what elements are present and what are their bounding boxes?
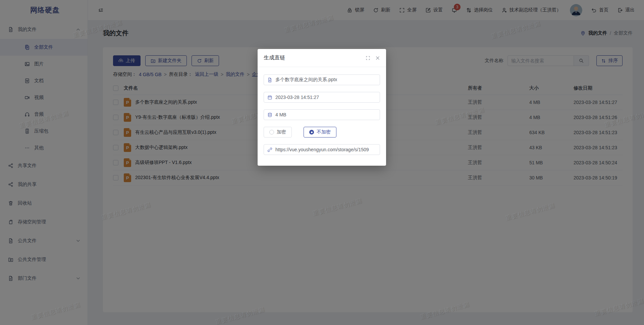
no-encrypt-radio[interactable]: 不加密 bbox=[304, 127, 336, 138]
radio-circle-icon bbox=[269, 130, 274, 134]
radio-dot-icon bbox=[309, 130, 314, 134]
close-icon[interactable] bbox=[375, 56, 380, 60]
file-icon bbox=[267, 77, 272, 83]
calendar-icon bbox=[267, 95, 272, 100]
direct-link-field[interactable]: https://vue.youshengyun.com/storage/s/15… bbox=[264, 144, 380, 155]
dialog-title: 生成直链 bbox=[264, 54, 285, 61]
link-modified-date-field[interactable]: 2023-03-28 14:51:27 bbox=[264, 92, 380, 103]
encryption-options: 加密 不加密 bbox=[264, 127, 380, 138]
link-icon bbox=[267, 147, 272, 152]
link-filename-field[interactable]: 多个数字底座之间的关系.pptx bbox=[264, 74, 380, 85]
generate-direct-link-dialog: 生成直链 多个数字底座之间的关系.pptx 2023-03-28 14:51:2… bbox=[258, 49, 386, 166]
link-filename-value: 多个数字底座之间的关系.pptx bbox=[275, 77, 337, 83]
app-root: 网络硬盘 我的文件 全部文件 图片 文档 视频 bbox=[0, 0, 644, 325]
no-encrypt-radio-label: 不加密 bbox=[317, 129, 331, 135]
dialog-header: 生成直链 bbox=[258, 49, 386, 67]
link-modified-date-value: 2023-03-28 14:51:27 bbox=[275, 95, 319, 100]
link-filesize-value: 4 MB bbox=[275, 112, 286, 117]
direct-link-value: https://vue.youshengyun.com/storage/s/15… bbox=[275, 147, 369, 152]
dialog-body: 多个数字底座之间的关系.pptx 2023-03-28 14:51:27 4 M… bbox=[258, 67, 386, 162]
expand-dialog-icon[interactable] bbox=[366, 56, 370, 60]
encrypt-radio-label: 加密 bbox=[277, 129, 286, 135]
database-icon bbox=[267, 112, 272, 117]
link-filesize-field[interactable]: 4 MB bbox=[264, 109, 380, 120]
encrypt-radio[interactable]: 加密 bbox=[264, 127, 292, 138]
